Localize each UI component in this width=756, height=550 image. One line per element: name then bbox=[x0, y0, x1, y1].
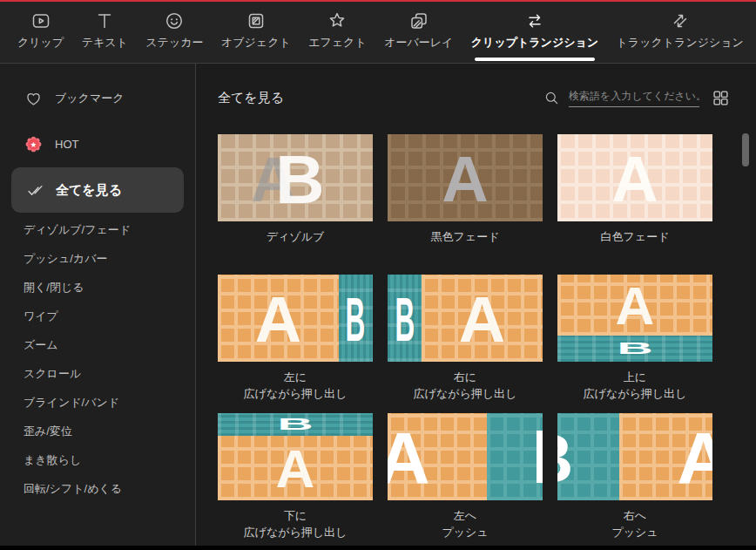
grid-view-icon[interactable] bbox=[712, 89, 730, 107]
sidebar-category-2[interactable]: 開く/閉じる bbox=[0, 273, 195, 302]
sidebar-category-8[interactable]: まき散らし bbox=[0, 445, 195, 474]
tab-clip-transition[interactable]: クリップトランジション bbox=[471, 2, 598, 63]
transition-label-line: 上に bbox=[557, 369, 712, 386]
sidebar-category-list: ディゾルブ/フェードプッシュ/カバー開く/閉じるワイプズームスクロールブラインド… bbox=[0, 215, 195, 503]
tab-object[interactable]: オブジェクト bbox=[221, 2, 291, 63]
sidebar: ブックマーク ★ HOT 全てを見る ディゾルブ/フェードプッシュ/カバー開く/… bbox=[0, 64, 196, 546]
scrollbar-thumb[interactable] bbox=[742, 133, 749, 166]
thumb-panel: B bbox=[388, 275, 422, 362]
tab-label: クリップ bbox=[17, 35, 64, 51]
transition-card-2[interactable]: A白色フェード bbox=[557, 134, 712, 246]
transition-thumbnail: AB bbox=[557, 275, 712, 362]
transition-card-5[interactable]: AB上に広げながら押し出し bbox=[557, 275, 712, 403]
grid-row: ABディゾルブA黒色フェードA白色フェード bbox=[218, 134, 756, 246]
transition-label: ディゾルブ bbox=[218, 228, 373, 246]
sidebar-category-3[interactable]: ワイプ bbox=[0, 302, 195, 330]
thumb-letter: A bbox=[276, 442, 315, 496]
transition-label-line: 広げながら押し出し bbox=[218, 385, 373, 403]
overlay-icon bbox=[408, 10, 429, 32]
sidebar-category-9[interactable]: 回転/シフト/めくる bbox=[0, 474, 195, 503]
clip-icon bbox=[30, 10, 51, 32]
transition-label: 白色フェード bbox=[557, 228, 712, 246]
svg-text:★: ★ bbox=[30, 139, 37, 148]
search-icon bbox=[543, 90, 560, 106]
thumb-letter: A bbox=[255, 288, 301, 352]
sidebar-item-see-all[interactable]: 全てを見る bbox=[11, 167, 184, 213]
object-icon bbox=[246, 10, 267, 32]
transition-thumbnail: A bbox=[557, 134, 712, 221]
thumb-letter: B bbox=[395, 289, 415, 350]
tab-clip[interactable]: クリップ bbox=[17, 2, 64, 63]
thumb-letter bbox=[537, 431, 543, 483]
content-layout: ブックマーク ★ HOT 全てを見る ディゾルブ/フェードプッシュ/カバー開く/… bbox=[0, 64, 756, 546]
sidebar-category-1[interactable]: プッシュ/カバー bbox=[0, 244, 195, 273]
heart-icon bbox=[24, 90, 43, 108]
thumb-letter: B bbox=[557, 424, 573, 492]
transition-card-1[interactable]: A黒色フェード bbox=[388, 134, 543, 246]
thumb-letter: A bbox=[388, 422, 430, 495]
bottom-divider bbox=[0, 546, 756, 550]
sidebar-category-5[interactable]: スクロール bbox=[0, 359, 195, 388]
tab-label: オブジェクト bbox=[221, 35, 291, 51]
transition-card-4[interactable]: BA右に広げながら押し出し bbox=[388, 275, 543, 403]
sidebar-category-7[interactable]: 歪み/変位 bbox=[0, 417, 195, 445]
clip-transition-icon bbox=[524, 10, 545, 32]
thumb-letter: A bbox=[611, 147, 658, 212]
transition-label: 黒色フェード bbox=[388, 228, 543, 246]
thumb-panel: A bbox=[557, 275, 712, 336]
main-header: 全てを見る bbox=[218, 89, 730, 107]
thumb-letter: A bbox=[616, 279, 655, 333]
tab-effect[interactable]: エフェクト bbox=[308, 2, 367, 63]
transition-label-line: 左へ bbox=[388, 507, 543, 525]
transition-label-line: 左に bbox=[218, 369, 373, 386]
thumb-panel bbox=[487, 413, 543, 500]
transition-label-line: 広げながら押し出し bbox=[388, 385, 543, 403]
transition-label-line: プッシュ bbox=[388, 524, 543, 541]
thumb-letter: A bbox=[442, 147, 488, 212]
double-check-icon bbox=[26, 181, 44, 200]
tab-sticker[interactable]: ステッカー bbox=[145, 2, 203, 63]
tab-label: クリップトランジション bbox=[471, 35, 598, 51]
tab-overlay[interactable]: オーバーレイ bbox=[384, 2, 453, 63]
sidebar-item-label: ブックマーク bbox=[55, 91, 125, 106]
thumb-panel: B bbox=[557, 413, 619, 500]
search-bar bbox=[543, 89, 730, 107]
transition-card-0[interactable]: ABディゾルブ bbox=[218, 134, 373, 246]
transition-card-8[interactable]: BA右へプッシュ bbox=[557, 413, 712, 541]
thumb-letter: B bbox=[277, 416, 313, 431]
transition-card-3[interactable]: AB左に広げながら押し出し bbox=[218, 275, 373, 403]
effect-icon bbox=[327, 10, 348, 32]
transition-label-line: プッシュ bbox=[557, 524, 712, 541]
thumb-panel: B bbox=[557, 336, 712, 362]
text-icon bbox=[94, 10, 115, 32]
tab-track-transition[interactable]: トラックトランジション bbox=[617, 2, 744, 63]
sidebar-item-bookmark[interactable]: ブックマーク bbox=[0, 83, 195, 114]
thumb-letter: A bbox=[677, 422, 712, 495]
transition-label-line: 黒色フェード bbox=[388, 228, 543, 246]
main-panel: 全てを見る ABディゾルブA黒色フェードA白色フェードAB左に広げながら押し出し… bbox=[196, 64, 756, 546]
grid-row: AB左に広げながら押し出しBA右に広げながら押し出しAB上に広げながら押し出し bbox=[218, 275, 756, 403]
hot-badge-icon: ★ bbox=[24, 135, 43, 153]
sidebar-item-label: 全てを見る bbox=[56, 182, 122, 199]
transition-card-6[interactable]: BA下に広げながら押し出し bbox=[218, 413, 373, 541]
search-input[interactable] bbox=[569, 90, 699, 107]
selected-tab-indicator bbox=[475, 58, 595, 61]
sidebar-category-4[interactable]: ズーム bbox=[0, 330, 195, 359]
thumb-letter: B bbox=[346, 289, 366, 350]
transition-label: 左に広げながら押し出し bbox=[218, 369, 373, 403]
thumb-letter: A bbox=[459, 288, 505, 352]
transition-card-7[interactable]: A左へプッシュ bbox=[388, 413, 543, 541]
transition-thumbnail: BA bbox=[388, 275, 543, 362]
transition-thumbnail: BA bbox=[218, 413, 373, 500]
page-title: 全てを見る bbox=[218, 90, 284, 106]
sidebar-category-0[interactable]: ディゾルブ/フェード bbox=[0, 215, 195, 244]
transition-thumbnail: AB bbox=[218, 275, 373, 362]
track-transition-icon bbox=[670, 10, 691, 32]
sidebar-item-label: HOT bbox=[55, 138, 78, 151]
sidebar-item-hot[interactable]: ★ HOT bbox=[0, 128, 195, 160]
sidebar-category-6[interactable]: ブラインド/バンド bbox=[0, 388, 195, 417]
transition-grid: ABディゾルブA黒色フェードA白色フェードAB左に広げながら押し出しBA右に広げ… bbox=[218, 134, 756, 541]
grid-row: BA下に広げながら押し出しA左へプッシュBA右へプッシュ bbox=[218, 413, 756, 541]
transition-label-line: ディゾルブ bbox=[218, 228, 373, 246]
tab-text[interactable]: テキスト bbox=[82, 2, 128, 63]
